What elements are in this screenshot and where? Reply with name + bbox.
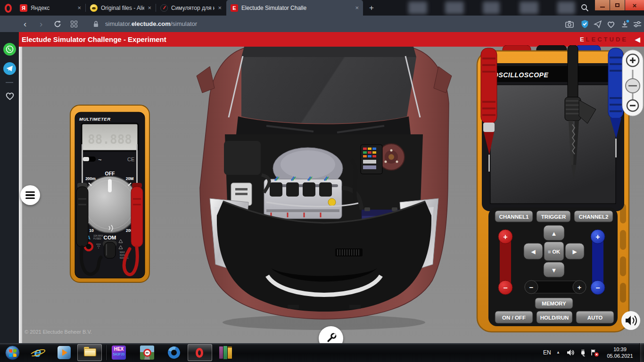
url-prefix: simulator. xyxy=(105,20,132,27)
my-flow-send-icon[interactable] xyxy=(592,18,603,30)
snapshot-camera-icon[interactable] xyxy=(564,18,575,30)
fuse-box[interactable] xyxy=(361,145,382,174)
channel2-minus-label: − xyxy=(595,284,600,292)
tab-yandex[interactable]: Я Яндекс × xyxy=(16,0,85,16)
start-button[interactable] xyxy=(3,345,22,361)
engine-cam-cover[interactable] xyxy=(264,177,342,219)
tab-close-icon[interactable]: × xyxy=(218,4,222,11)
opera-sidebar xyxy=(0,32,19,343)
left-mirror[interactable] xyxy=(197,66,215,93)
tab-close-icon[interactable]: × xyxy=(355,4,359,11)
new-tab-button[interactable]: + xyxy=(366,2,377,14)
menu-hamburger-button[interactable] xyxy=(20,185,40,205)
oscilloscope[interactable]: OSCILLOSCOPE xyxy=(476,45,644,336)
tab-title: Original files - Alientech xyxy=(101,5,144,11)
sidebar-bookmarks-heart-icon[interactable] xyxy=(4,90,16,102)
opera-menu-button[interactable] xyxy=(1,2,15,14)
zoom-slider[interactable] xyxy=(622,50,643,116)
address-bar[interactable]: simulator.electude.com/simulator xyxy=(105,16,197,32)
desktop: Я Яндекс × Original files - Alientech × … xyxy=(0,0,644,362)
taskbar-separator xyxy=(106,345,106,360)
fused-text-2: FUSED xyxy=(93,237,101,240)
oil-filler-cap[interactable] xyxy=(328,198,336,206)
whatsapp-icon[interactable] xyxy=(3,43,16,56)
window-close-button[interactable]: × xyxy=(625,0,644,10)
reload-icon[interactable] xyxy=(53,19,62,29)
download-icon[interactable] xyxy=(619,18,631,30)
bookmark-heart-icon[interactable] xyxy=(605,18,617,30)
trigger-label: TRIGGER xyxy=(541,214,566,220)
sound-toggle-button[interactable] xyxy=(621,311,640,330)
hold-run-label: HOLD/RUN xyxy=(540,315,569,321)
multimeter[interactable]: MULTIMETER 88.888 ~ CE OFF 200m 20M 10 2… xyxy=(70,105,150,288)
tray-time: 10:39 xyxy=(603,346,637,353)
background-thumbnail xyxy=(483,1,500,14)
tab-electude-active[interactable]: E Electude Simulator Challe × xyxy=(226,0,363,16)
window-minimize-button[interactable] xyxy=(595,0,610,10)
air-filter-box[interactable] xyxy=(224,141,261,175)
dial-pointer xyxy=(108,179,112,192)
tab-alientech[interactable]: Original files - Alientech × xyxy=(86,0,156,16)
opera-taskbar-button[interactable] xyxy=(188,344,212,361)
multimeter-label: MULTIMETER xyxy=(79,116,111,122)
banner-collapse-arrow-icon[interactable]: ◀ xyxy=(635,35,640,44)
speed-sign-app-icon[interactable]: ∞ xyxy=(140,346,155,360)
dpad-ok-label: ≡ OK xyxy=(548,249,560,255)
com-plug[interactable] xyxy=(103,240,117,258)
tray-clock[interactable]: 10:39 05.06.2021 xyxy=(603,346,637,359)
hex-editor-icon[interactable]: HEX 5A3F20 xyxy=(111,346,126,360)
range-dial[interactable] xyxy=(82,176,138,233)
adblock-shield-icon[interactable] xyxy=(579,18,590,30)
tab-close-icon[interactable]: × xyxy=(77,4,81,11)
tab-title: Симулятор для начинающ xyxy=(171,5,215,11)
media-player-icon[interactable] xyxy=(56,345,73,360)
explorer-taskbar-button[interactable] xyxy=(77,344,102,361)
dpad-right-icon: ▶ xyxy=(572,248,577,255)
channel2-label: CHANNEL2 xyxy=(579,214,609,220)
timebase-plus-label: + xyxy=(578,283,582,291)
telegram-icon[interactable] xyxy=(3,62,16,75)
tray-expand-icon[interactable]: ▲ xyxy=(556,350,560,354)
car-roof xyxy=(241,47,416,57)
dial-20M-label: 20M xyxy=(126,176,134,181)
windshield[interactable] xyxy=(241,57,416,123)
winrar-icon[interactable] xyxy=(216,345,235,361)
internet-explorer-icon[interactable]: e xyxy=(28,344,47,361)
ecm-ring-app-icon[interactable] xyxy=(166,345,182,360)
lock-icon[interactable] xyxy=(91,19,100,29)
channel1-minus-label: − xyxy=(503,284,507,292)
memory-label: MEMORY xyxy=(542,301,566,306)
forward-icon[interactable]: › xyxy=(40,16,42,32)
dial-200m-label: 200m xyxy=(85,176,96,181)
browser-toolbar: ‹ › simulator.electude.com/simulator xyxy=(0,16,644,32)
tray-power-plug-icon[interactable] xyxy=(578,348,587,357)
tray-action-center-flag-icon[interactable] xyxy=(589,348,600,357)
speed-dial-icon[interactable] xyxy=(70,20,78,28)
opera-logo-icon xyxy=(5,4,12,13)
tab-simulator-article[interactable]: Симулятор для начинающ × xyxy=(156,0,226,16)
on-off-label: ON / OFF xyxy=(502,315,526,321)
url-domain: electude.com xyxy=(132,20,171,27)
sidebar-divider xyxy=(6,82,13,83)
channel1-label: CHANNEL1 xyxy=(499,214,529,220)
tab-close-icon[interactable]: × xyxy=(148,4,151,11)
tab-title: Electude Simulator Challe xyxy=(241,5,352,11)
dpad-left-icon: ◀ xyxy=(531,248,536,255)
oscilloscope-screen[interactable] xyxy=(490,85,616,204)
bumper-vents xyxy=(335,248,363,256)
easy-setup-tune-icon[interactable] xyxy=(632,18,643,30)
window-maximize-button[interactable] xyxy=(610,0,625,10)
jack-com-label: COM xyxy=(104,235,116,240)
simulator-banner: Electude Simulator Challenge - Experimen… xyxy=(19,32,644,47)
back-icon[interactable]: ‹ xyxy=(24,16,26,32)
language-indicator[interactable]: EN xyxy=(543,349,551,356)
yandex-favicon: Я xyxy=(20,4,27,12)
channel2-plus-label: + xyxy=(595,233,600,241)
car-engine-bay[interactable] xyxy=(196,47,453,343)
background-thumbnail xyxy=(520,1,538,14)
show-desktop-button[interactable] xyxy=(639,343,644,362)
tab-search-icon[interactable] xyxy=(579,2,590,13)
ce-mark: CE xyxy=(127,156,134,162)
tray-volume-icon[interactable] xyxy=(566,348,575,357)
dpad-up-icon: ▲ xyxy=(551,230,557,237)
